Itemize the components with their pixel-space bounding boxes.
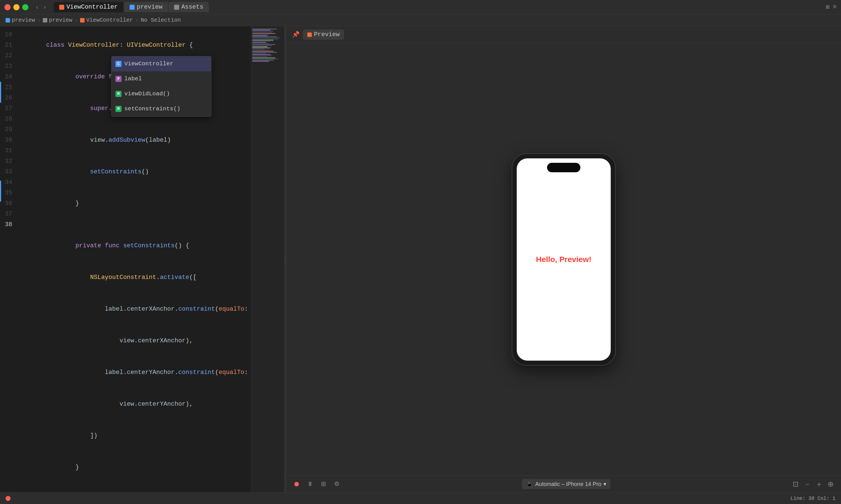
autocomplete-badge-p: P — [116, 76, 122, 82]
iphone-screen: Hello, Preview! — [517, 158, 611, 361]
forward-button[interactable]: › — [41, 2, 48, 12]
title-bar: ‹ › ViewController preview Assets ⊞ ≡ — [0, 0, 841, 15]
title-bar-right: ⊞ ≡ — [826, 3, 837, 11]
editor-tabs: ViewController preview Assets — [54, 2, 826, 12]
breadcrumb-no-selection-label: No Selection — [141, 17, 181, 23]
tab-assets[interactable]: Assets — [169, 2, 209, 12]
preview-file-icon — [130, 5, 135, 10]
preview-panel: 📌 Preview Hello, Preview! ⏺ ⏸ ⊞ ⚙ — [287, 26, 841, 492]
more-icon[interactable]: ≡ — [833, 4, 837, 11]
pause-button[interactable]: ⏸ — [305, 479, 315, 489]
layout-icon[interactable]: ⊞ — [826, 3, 829, 11]
preview-header: 📌 Preview — [287, 26, 841, 43]
code-line-30a: label.centerYAnchor.constraint(equalTo: — [17, 357, 251, 389]
preview-tab-icon — [307, 33, 312, 37]
breadcrumb-preview2[interactable]: preview — [43, 17, 72, 23]
hello-preview-text: Hello, Preview! — [536, 255, 591, 264]
breadcrumb-viewcontroller-label: ViewController — [86, 17, 133, 23]
breadcrumb-sep1: › — [37, 17, 40, 23]
zoom-controls: ⊡ － ＋ ⊕ — [791, 479, 836, 489]
line-numbers: 10 21 22 23 24 25 26 27 28 29 30 31 32 3… — [0, 26, 17, 492]
breadcrumb-sep2: › — [74, 17, 78, 23]
breadcrumb-bar: preview › preview › ViewController › No … — [0, 15, 841, 26]
tab-assets-label: Assets — [181, 4, 203, 11]
zoom-reset-button[interactable]: ⊕ — [826, 479, 836, 489]
breadcrumb-sep3: › — [135, 17, 138, 23]
code-line-28: NSLayoutConstraint.activate([ — [17, 262, 251, 293]
inspect-button[interactable]: ⊞ — [319, 479, 328, 489]
device-icon: 📱 — [526, 481, 533, 487]
device-selector-label: Automatic – iPhone 14 Pro — [535, 481, 601, 487]
tab-viewcontroller[interactable]: ViewController — [54, 2, 123, 12]
blue-indicator-2 — [0, 181, 1, 202]
zoom-out-button[interactable]: － — [803, 479, 812, 489]
main-layout: 10 21 22 23 24 25 26 27 28 29 30 31 32 3… — [0, 26, 841, 492]
editor-minimap — [251, 26, 284, 492]
device-selector[interactable]: 📱 Automatic – iPhone 14 Pro ▾ — [522, 479, 610, 489]
code-editor[interactable]: 10 21 22 23 24 25 26 27 28 29 30 31 32 3… — [0, 26, 284, 492]
autocomplete-item-viewcontroller[interactable]: C ViewController — [111, 56, 211, 71]
tab-viewcontroller-label: ViewController — [67, 4, 118, 11]
swift-file-icon — [59, 5, 64, 10]
tab-preview-label: preview — [137, 4, 162, 11]
autocomplete-badge-m2: M — [116, 106, 122, 112]
code-line-24: setConstraints() — [17, 156, 251, 188]
preview-header-left: 📌 Preview — [292, 30, 344, 40]
dynamic-island — [547, 163, 580, 172]
window-controls — [4, 4, 28, 10]
code-lines[interactable]: class ViewController: UIViewController {… — [17, 26, 251, 492]
code-line-29a: label.centerXAnchor.constraint(equalTo: — [17, 293, 251, 325]
autocomplete-badge-m1: M — [116, 91, 122, 97]
tab-preview[interactable]: preview — [124, 2, 168, 12]
code-line-31: ]) — [17, 420, 251, 452]
preview-bottom-bar: ⏺ ⏸ ⊞ ⚙ 📱 Automatic – iPhone 14 Pro ▾ ⊡ … — [287, 475, 841, 492]
autocomplete-label-viewcontroller: ViewController — [124, 59, 173, 69]
blue-indicator-1 — [0, 82, 1, 103]
preview-canvas: Hello, Preview! — [287, 43, 841, 475]
preview-controls-left: ⏺ ⏸ ⊞ ⚙ — [292, 479, 342, 489]
play-button[interactable]: ⏺ — [292, 479, 302, 489]
code-line-23: view.addSubview(label) — [17, 125, 251, 156]
breadcrumb-preview-icon — [5, 18, 10, 22]
minimize-button[interactable] — [13, 4, 19, 10]
breadcrumb-preview1[interactable]: preview — [5, 17, 35, 23]
autocomplete-popup[interactable]: C ViewController P label M viewDidLoad()… — [111, 56, 211, 117]
code-line-27: private func setConstraints() { — [17, 230, 251, 262]
close-button[interactable] — [4, 4, 11, 10]
status-left — [5, 496, 11, 501]
code-line-32: } — [17, 452, 251, 483]
minimap-content — [251, 26, 284, 64]
zoom-in-button[interactable]: ＋ — [814, 479, 824, 489]
chevron-down-icon: ▾ — [603, 481, 606, 487]
breadcrumb-no-selection: No Selection — [141, 17, 181, 23]
maximize-button[interactable] — [22, 4, 28, 10]
autocomplete-label-setconstraints: setConstraints() — [124, 104, 181, 114]
status-line-col: Line: 38 Col: 1 — [790, 496, 836, 501]
breadcrumb-viewcontroller[interactable]: ViewController — [80, 17, 133, 23]
status-bar: Line: 38 Col: 1 — [0, 492, 841, 504]
pin-icon[interactable]: 📌 — [292, 31, 299, 38]
assets-file-icon — [174, 5, 179, 10]
code-line-25: } — [17, 188, 251, 219]
preview-tab[interactable]: Preview — [303, 30, 344, 40]
autocomplete-item-viewdidload[interactable]: M viewDidLoad() — [111, 86, 211, 102]
autocomplete-label-label: label — [124, 74, 142, 84]
code-line-29b: view.centerXAnchor), — [17, 325, 251, 357]
zoom-fit-button[interactable]: ⊡ — [791, 479, 801, 489]
status-error-dot — [5, 496, 11, 501]
preview-tab-label: Preview — [314, 31, 340, 38]
code-line-33: } — [17, 483, 251, 492]
breadcrumb-folder-icon — [43, 18, 47, 22]
autocomplete-item-label[interactable]: P label — [111, 71, 211, 86]
breadcrumb-swift-icon — [80, 18, 85, 22]
autocomplete-item-setconstraints[interactable]: M setConstraints() — [111, 102, 211, 116]
settings-button[interactable]: ⚙ — [332, 479, 342, 489]
back-button[interactable]: ‹ — [34, 2, 40, 12]
iphone-mockup: Hello, Preview! — [512, 154, 615, 365]
breadcrumb-preview2-label: preview — [49, 17, 72, 23]
code-line-30b: view.centerYAnchor), — [17, 389, 251, 420]
nav-arrows: ‹ › — [34, 2, 48, 12]
autocomplete-label-viewdidload: viewDidLoad() — [124, 89, 170, 99]
resize-handle[interactable]: ⋮ — [284, 26, 287, 492]
breadcrumb-preview1-label: preview — [12, 17, 35, 23]
